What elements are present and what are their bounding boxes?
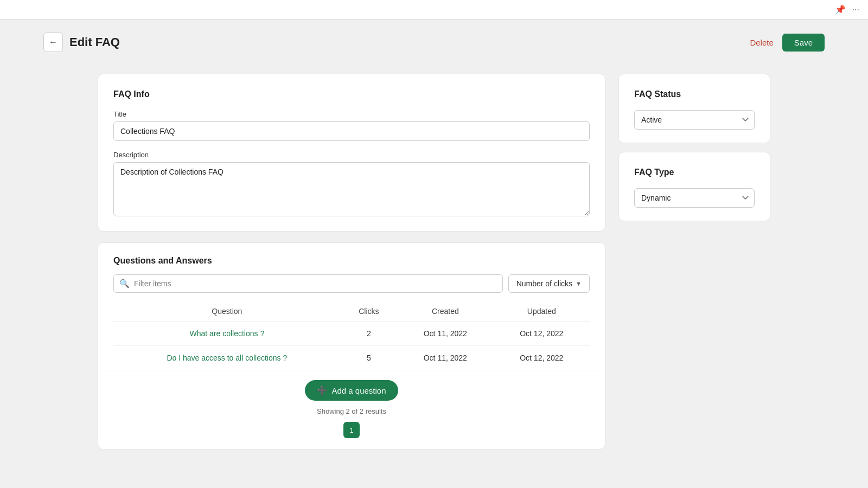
- faq-type-title: FAQ Type: [634, 168, 755, 177]
- updated-cell: Oct 12, 2022: [494, 346, 590, 370]
- delete-button[interactable]: Delete: [750, 38, 773, 47]
- side-column: FAQ Status Active Inactive FAQ Type Dyna…: [618, 74, 770, 450]
- page-header-area: ← Edit FAQ Delete Save: [0, 20, 868, 52]
- save-button[interactable]: Save: [782, 34, 825, 52]
- qa-table-header-row: Question Clicks Created Updated: [113, 301, 590, 322]
- faq-type-select[interactable]: Dynamic Static: [634, 188, 755, 208]
- qa-header: Questions and Answers 🔍 Number of clicks…: [98, 243, 605, 370]
- table-row: Do I have access to all collections ?5Oc…: [113, 346, 590, 370]
- question-link[interactable]: What are collections ?: [189, 329, 264, 338]
- page-header-left: ← Edit FAQ: [43, 33, 120, 52]
- qa-footer: ➕ Add a question Showing 2 of 2 results …: [98, 370, 605, 449]
- back-button[interactable]: ←: [43, 33, 63, 52]
- qa-section-card: Questions and Answers 🔍 Number of clicks…: [98, 242, 605, 450]
- search-input[interactable]: [134, 275, 497, 292]
- qa-table-head: Question Clicks Created Updated: [113, 301, 590, 322]
- faq-status-card: FAQ Status Active Inactive: [618, 74, 770, 143]
- title-label: Title: [113, 110, 590, 118]
- question-cell: Do I have access to all collections ?: [113, 346, 341, 370]
- faq-type-card: FAQ Type Dynamic Static: [618, 152, 770, 221]
- col-question: Question: [113, 301, 341, 322]
- pin-icon[interactable]: 📌: [835, 4, 846, 15]
- page-button-1[interactable]: 1: [343, 422, 360, 438]
- clicks-cell: 2: [341, 322, 397, 346]
- description-label: Description: [113, 151, 590, 159]
- faq-info-card: FAQ Info Title Description: [98, 74, 605, 232]
- updated-cell: Oct 12, 2022: [494, 322, 590, 346]
- title-input[interactable]: [113, 121, 590, 141]
- qa-title: Questions and Answers: [113, 256, 590, 266]
- question-cell: What are collections ?: [113, 322, 341, 346]
- description-textarea[interactable]: [113, 162, 590, 216]
- add-question-button[interactable]: ➕ Add a question: [305, 380, 398, 401]
- description-field-group: Description: [113, 151, 590, 218]
- col-clicks: Clicks: [341, 301, 397, 322]
- col-created: Created: [397, 301, 493, 322]
- pagination: 1: [343, 422, 360, 438]
- search-box: 🔍: [113, 274, 503, 293]
- faq-status-select[interactable]: Active Inactive: [634, 110, 755, 130]
- more-icon[interactable]: ···: [852, 5, 859, 15]
- add-question-icon: ➕: [317, 386, 327, 395]
- question-link[interactable]: Do I have access to all collections ?: [167, 354, 287, 362]
- sort-label: Number of clicks: [516, 279, 572, 288]
- clicks-cell: 5: [341, 346, 397, 370]
- qa-toolbar: 🔍 Number of clicks ▼: [113, 274, 590, 293]
- faq-status-title: FAQ Status: [634, 89, 755, 99]
- sort-button[interactable]: Number of clicks ▼: [508, 274, 590, 293]
- qa-table: Question Clicks Created Updated What are…: [113, 301, 590, 370]
- add-question-label: Add a question: [331, 386, 386, 395]
- main-column: FAQ Info Title Description Questions and…: [98, 74, 605, 450]
- header-actions: Delete Save: [750, 34, 825, 52]
- created-cell: Oct 11, 2022: [397, 346, 493, 370]
- created-cell: Oct 11, 2022: [397, 322, 493, 346]
- page-title: Edit FAQ: [69, 35, 120, 49]
- faq-info-title: FAQ Info: [113, 89, 590, 99]
- sort-arrow-icon: ▼: [576, 280, 582, 287]
- table-row: What are collections ?2Oct 11, 2022Oct 1…: [113, 322, 590, 346]
- showing-text: Showing 2 of 2 results: [317, 407, 386, 415]
- title-field-group: Title: [113, 110, 590, 141]
- col-updated: Updated: [494, 301, 590, 322]
- page-header: ← Edit FAQ Delete Save: [43, 33, 825, 52]
- search-icon: 🔍: [119, 279, 130, 288]
- page-container: FAQ Info Title Description Questions and…: [54, 56, 814, 467]
- qa-table-body: What are collections ?2Oct 11, 2022Oct 1…: [113, 322, 590, 370]
- topbar: 📌 ···: [0, 0, 868, 20]
